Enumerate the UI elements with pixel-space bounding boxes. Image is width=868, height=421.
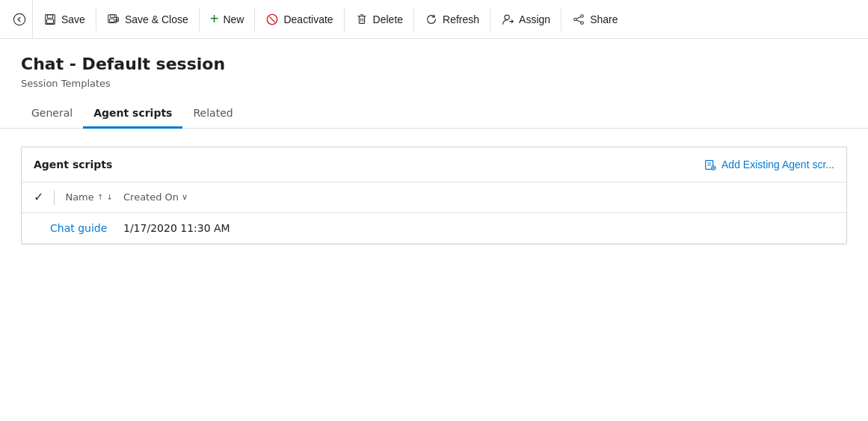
svg-point-19 [505, 15, 509, 19]
svg-point-22 [581, 21, 584, 24]
table-check-column: ✓ Name ↑ ↓ [34, 190, 123, 205]
save-icon [43, 13, 57, 26]
tab-agent-scripts[interactable]: Agent scripts [83, 99, 182, 129]
svg-rect-6 [110, 19, 114, 22]
new-button[interactable]: + New [200, 0, 255, 39]
section-header: Agent scripts Add Existing Agent scr... [22, 147, 846, 182]
back-nav-button[interactable] [6, 0, 33, 39]
created-on-label: Created On [123, 191, 179, 203]
tab-general[interactable]: General [21, 99, 83, 129]
row-name-col: Chat guide [34, 222, 123, 234]
toolbar: Save Save & Close + New [0, 0, 868, 39]
svg-rect-14 [359, 16, 364, 23]
table-row: Chat guide 1/17/2020 11:30 AM [22, 213, 846, 244]
agent-scripts-section: Agent scripts Add Existing Agent scr... … [21, 147, 847, 245]
svg-rect-3 [47, 19, 54, 23]
name-column-label: Name [65, 191, 93, 203]
sort-asc-icon[interactable]: ↑ [97, 193, 103, 201]
new-label: New [223, 13, 244, 25]
svg-point-0 [13, 13, 25, 25]
save-close-icon [107, 13, 120, 26]
refresh-button[interactable]: Refresh [414, 0, 490, 39]
delete-icon [355, 13, 369, 26]
assign-button[interactable]: Assign [490, 0, 561, 39]
add-existing-icon [704, 158, 717, 171]
created-on-column-header: Created On ∨ [123, 191, 834, 203]
deactivate-label: Deactivate [283, 13, 333, 25]
created-on-value: 1/17/2020 11:30 AM [123, 222, 230, 234]
svg-line-25 [576, 19, 580, 22]
sort-desc-icon[interactable]: ↓ [106, 193, 112, 201]
svg-line-24 [576, 16, 580, 19]
save-button[interactable]: Save [33, 0, 96, 39]
row-created-col: 1/17/2020 11:30 AM [123, 222, 834, 234]
refresh-icon [425, 13, 438, 26]
created-on-sort-icon[interactable]: ∨ [182, 192, 188, 202]
assign-label: Assign [519, 13, 550, 25]
page-title: Chat - Default session [21, 54, 847, 76]
chat-guide-link[interactable]: Chat guide [50, 222, 107, 234]
page-subtitle: Session Templates [21, 78, 847, 89]
assign-icon [501, 13, 514, 26]
page-header: Chat - Default session Session Templates [0, 39, 868, 89]
svg-point-21 [581, 14, 584, 17]
table-header: ✓ Name ↑ ↓ Created On ∨ [22, 182, 846, 213]
tab-related[interactable]: Related [182, 99, 243, 129]
save-label: Save [61, 13, 85, 25]
new-icon: + [210, 10, 219, 28]
name-column-header: Name ↑ ↓ [65, 191, 112, 203]
refresh-label: Refresh [443, 13, 479, 25]
add-existing-label: Add Existing Agent scr... [721, 159, 834, 170]
delete-button[interactable]: Delete [345, 0, 413, 39]
save-close-button[interactable]: Save & Close [96, 0, 199, 39]
share-button[interactable]: Share [561, 0, 628, 39]
check-icon: ✓ [34, 190, 43, 204]
share-label: Share [590, 13, 618, 25]
main-content: Agent scripts Add Existing Agent scr... … [0, 129, 868, 262]
deactivate-icon [265, 13, 279, 26]
save-close-label: Save & Close [125, 13, 188, 25]
share-icon [572, 13, 585, 26]
delete-label: Delete [373, 13, 403, 25]
tab-bar: General Agent scripts Related [0, 99, 868, 129]
add-existing-button[interactable]: Add Existing Agent scr... [704, 158, 834, 171]
svg-line-13 [270, 16, 275, 22]
col-separator [54, 190, 55, 205]
deactivate-button[interactable]: Deactivate [255, 0, 343, 39]
svg-rect-2 [47, 14, 52, 18]
svg-point-23 [574, 18, 577, 21]
section-title: Agent scripts [34, 159, 112, 170]
